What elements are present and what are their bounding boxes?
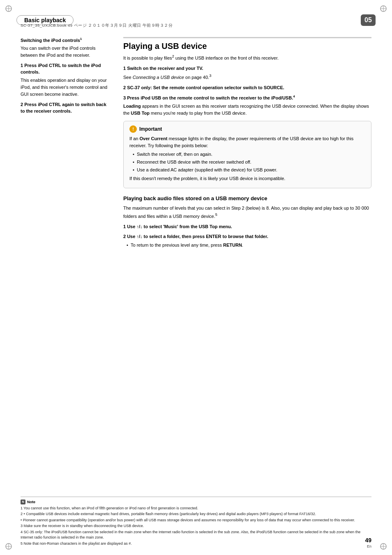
chapter-badge: 05 bbox=[361, 14, 376, 26]
right-step1-body: See Connecting a USB device on page 40.3 bbox=[123, 73, 371, 81]
page-number: 49 bbox=[365, 537, 371, 543]
footnote-3: 3 Make sure the receiver is in standby w… bbox=[21, 523, 371, 529]
right-step2-heading: 2 SC-37 only: Set the remote control ope… bbox=[123, 84, 371, 91]
right-step1-heading: 1 Switch on the receiver and your TV. bbox=[123, 65, 371, 72]
footnote-5: 5 Note that non-Roman characters in the … bbox=[21, 541, 371, 547]
footnote-2: 2 • Compatible USB devices include exter… bbox=[21, 511, 371, 517]
important-label: Important bbox=[139, 126, 162, 132]
sub-step2-bullets: To return to the previous level any time… bbox=[123, 242, 371, 249]
note-icon: N bbox=[21, 500, 25, 504]
content-area: Switching the iPod controls1 You can swi… bbox=[21, 37, 371, 518]
left-section-title: Switching the iPod controls1 bbox=[21, 37, 111, 43]
footnote-area: N Note 1 You cannot use this function, w… bbox=[21, 497, 371, 547]
left-step1-body: This enables operation and display on yo… bbox=[21, 77, 111, 98]
right-column: Playing a USB device It is possible to p… bbox=[123, 37, 371, 250]
sub-section-title: Playing back audio files stored on a USB… bbox=[123, 195, 371, 202]
meta-line: SC-37_35_UXJCB.book 49 ページ ２０１０年３月９日 火曜日… bbox=[21, 23, 173, 28]
important-outro: If this doesn't remedy the problem, it i… bbox=[129, 175, 365, 182]
corner-mark-br bbox=[380, 543, 387, 550]
sub-step1-heading: 1 Use ↑/↓ to select 'Music' from the USB… bbox=[123, 223, 371, 230]
important-icon: ! bbox=[129, 125, 137, 133]
list-item: Switch the receiver off, then on again. bbox=[133, 151, 365, 158]
important-bullet-list: Switch the receiver off, then on again. … bbox=[129, 151, 365, 173]
two-column-layout: Switching the iPod controls1 You can swi… bbox=[21, 37, 371, 250]
list-item: To return to the previous level any time… bbox=[127, 242, 371, 249]
footnote-title: N Note bbox=[21, 500, 371, 504]
left-step1-heading: 1 Press iPod CTRL to switch the iPod con… bbox=[21, 62, 111, 76]
footnote-4: 4 SC-35 only: The iPod/USB function cann… bbox=[21, 530, 371, 541]
footnote-1: 1 You cannot use this function, when an … bbox=[21, 506, 371, 511]
footnote-2b: • Pioneer cannot guarantee compatibility… bbox=[21, 518, 371, 523]
left-step2-heading: 2 Press iPod CTRL again to switch back t… bbox=[21, 101, 111, 115]
right-step3-heading: 3 Press iPod USB on the remote control t… bbox=[123, 94, 371, 101]
corner-mark-tl bbox=[5, 5, 12, 12]
corner-mark-tr bbox=[380, 5, 387, 12]
left-column: Switching the iPod controls1 You can swi… bbox=[21, 37, 111, 250]
corner-mark-bl bbox=[5, 543, 12, 550]
right-step3-body: Loading appears in the GUI screen as thi… bbox=[123, 103, 371, 117]
sub-step2-heading: 2 Use ↑/↓ to select a folder, then press… bbox=[123, 233, 371, 240]
list-item: Reconnect the USB device with the receiv… bbox=[133, 159, 365, 166]
sub-section-intro: The maximum number of levels that you ca… bbox=[123, 205, 371, 220]
right-intro: It is possible to play files2 using the … bbox=[123, 53, 371, 62]
important-box: ! Important If an Over Current message l… bbox=[123, 121, 371, 188]
page-lang: En bbox=[367, 544, 371, 548]
left-intro: You can switch over the iPod controls be… bbox=[21, 45, 111, 59]
right-big-title: Playing a USB device bbox=[123, 37, 371, 51]
important-header: ! Important bbox=[129, 125, 365, 133]
list-item: Use a dedicated AC adapter (supplied wit… bbox=[133, 166, 365, 173]
important-intro: If an Over Current message lights in the… bbox=[129, 135, 365, 149]
